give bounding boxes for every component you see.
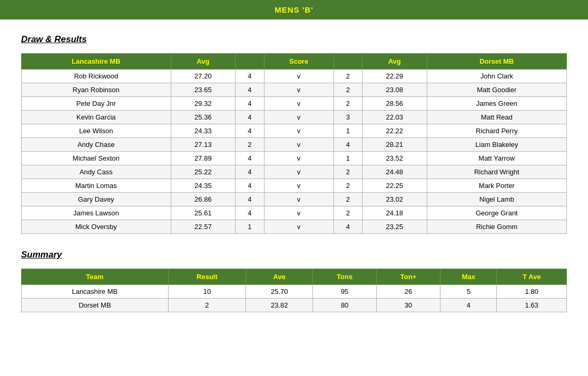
- score-lancashire: 4: [236, 70, 264, 83]
- score-dorset: 4: [334, 220, 362, 234]
- vs-label: v: [264, 179, 334, 193]
- draw-col-score-r: [334, 54, 362, 70]
- draw-section-title: Draw & Results: [21, 34, 567, 45]
- vs-label: v: [264, 165, 334, 179]
- dorset-player: Liam Blakeley: [427, 138, 567, 152]
- score-dorset: 2: [334, 193, 362, 206]
- lancashire-player: Martin Lomas: [22, 179, 171, 193]
- score-dorset: 2: [334, 165, 362, 179]
- draw-col-lancashire: Lancashire MB: [22, 54, 171, 70]
- dorset-player: Mark Porter: [427, 179, 567, 193]
- draw-table-row: Andy Chase 27.13 2 v 4 28.21 Liam Blakel…: [22, 138, 567, 152]
- score-dorset: 3: [334, 111, 362, 124]
- score-lancashire: 4: [236, 179, 264, 193]
- draw-col-avg-l: Avg: [171, 54, 235, 70]
- score-lancashire: 4: [236, 111, 264, 124]
- avg-lancashire: 22.57: [171, 220, 235, 234]
- summary-tons: 95: [313, 285, 376, 299]
- summary-tave: 1.63: [497, 299, 567, 312]
- main-content: Draw & Results Lancashire MB Avg Score A…: [0, 19, 588, 323]
- lancashire-player: James Lawson: [22, 206, 171, 220]
- draw-table-row: Andy Cass 25.22 4 v 2 24.48 Richard Wrig…: [22, 165, 567, 179]
- dorset-player: George Grant: [427, 206, 567, 220]
- draw-table-row: Lee Wilson 24.33 4 v 1 22.22 Richard Per…: [22, 124, 567, 138]
- summary-col-tave: T Ave: [497, 269, 567, 285]
- summary-team: Lancashire MB: [22, 285, 169, 299]
- summary-section-title: Summary: [21, 250, 567, 260]
- lancashire-player: Gary Davey: [22, 193, 171, 206]
- lancashire-player: Ryan Robinson: [22, 83, 171, 97]
- score-dorset: 4: [334, 138, 362, 152]
- draw-col-dorset: Dorset MB: [427, 54, 567, 70]
- lancashire-player: Andy Chase: [22, 138, 171, 152]
- draw-table-row: Martin Lomas 24.35 4 v 2 22.25 Mark Port…: [22, 179, 567, 193]
- vs-label: v: [264, 206, 334, 220]
- summary-tons: 80: [313, 299, 376, 312]
- avg-dorset: 28.21: [362, 138, 427, 152]
- vs-label: v: [264, 193, 334, 206]
- lancashire-player: Pete Day Jnr: [22, 97, 171, 111]
- summary-table-row: Lancashire MB 10 25.70 95 26 5 1.80: [22, 285, 567, 299]
- summary-col-max: Max: [440, 269, 497, 285]
- dorset-player: Matt Goodier: [427, 83, 567, 97]
- score-lancashire: 2: [236, 138, 264, 152]
- summary-col-ave: Ave: [246, 269, 313, 285]
- draw-col-avg-r: Avg: [362, 54, 427, 70]
- score-dorset: 2: [334, 97, 362, 111]
- score-dorset: 2: [334, 179, 362, 193]
- vs-label: v: [264, 152, 334, 165]
- score-dorset: 1: [334, 124, 362, 138]
- avg-lancashire: 27.13: [171, 138, 235, 152]
- avg-lancashire: 27.20: [171, 70, 235, 83]
- summary-ave: 25.70: [246, 285, 313, 299]
- vs-label: v: [264, 220, 334, 234]
- dorset-player: Nigel Lamb: [427, 193, 567, 206]
- avg-lancashire: 24.33: [171, 124, 235, 138]
- summary-table-header-row: Team Result Ave Tons Ton+ Max T Ave: [22, 269, 567, 285]
- vs-label: v: [264, 124, 334, 138]
- summary-tave: 1.80: [497, 285, 567, 299]
- top-banner: MENS 'B': [0, 0, 588, 19]
- summary-col-tons: Tons: [313, 269, 376, 285]
- score-lancashire: 1: [236, 220, 264, 234]
- dorset-player: James Green: [427, 97, 567, 111]
- avg-dorset: 22.29: [362, 70, 427, 83]
- summary-section: Summary Team Result Ave Tons Ton+ Max T …: [21, 250, 567, 312]
- summary-col-team: Team: [22, 269, 169, 285]
- draw-table: Lancashire MB Avg Score Avg Dorset MB Ro…: [21, 53, 567, 234]
- score-lancashire: 4: [236, 124, 264, 138]
- avg-lancashire: 29.32: [171, 97, 235, 111]
- lancashire-player: Lee Wilson: [22, 124, 171, 138]
- draw-col-score-label: Score: [264, 54, 334, 70]
- score-lancashire: 4: [236, 83, 264, 97]
- avg-dorset: 23.08: [362, 83, 427, 97]
- score-lancashire: 4: [236, 152, 264, 165]
- summary-col-result: Result: [168, 269, 246, 285]
- summary-col-tonplus: Ton+: [376, 269, 440, 285]
- avg-dorset: 22.22: [362, 124, 427, 138]
- draw-table-row: Gary Davey 26.86 4 v 2 23.02 Nigel Lamb: [22, 193, 567, 206]
- avg-dorset: 24.48: [362, 165, 427, 179]
- score-lancashire: 4: [236, 193, 264, 206]
- lancashire-player: Kevin Garcia: [22, 111, 171, 124]
- draw-table-row: Pete Day Jnr 29.32 4 v 2 28.56 James Gre…: [22, 97, 567, 111]
- dorset-player: Richard Perry: [427, 124, 567, 138]
- avg-dorset: 22.25: [362, 179, 427, 193]
- avg-dorset: 23.25: [362, 220, 427, 234]
- avg-lancashire: 27.89: [171, 152, 235, 165]
- dorset-player: John Clark: [427, 70, 567, 83]
- score-dorset: 2: [334, 83, 362, 97]
- avg-lancashire: 25.61: [171, 206, 235, 220]
- vs-label: v: [264, 111, 334, 124]
- score-lancashire: 4: [236, 165, 264, 179]
- summary-ave: 23.82: [246, 299, 313, 312]
- avg-lancashire: 25.36: [171, 111, 235, 124]
- draw-table-row: Rob Rickwood 27.20 4 v 2 22.29 John Clar…: [22, 70, 567, 83]
- banner-title: MENS 'B': [275, 5, 313, 14]
- score-dorset: 1: [334, 152, 362, 165]
- dorset-player: Matt Read: [427, 111, 567, 124]
- summary-table: Team Result Ave Tons Ton+ Max T Ave Lanc…: [21, 269, 567, 312]
- avg-dorset: 23.02: [362, 193, 427, 206]
- vs-label: v: [264, 138, 334, 152]
- draw-table-row: James Lawson 25.61 4 v 2 24.18 George Gr…: [22, 206, 567, 220]
